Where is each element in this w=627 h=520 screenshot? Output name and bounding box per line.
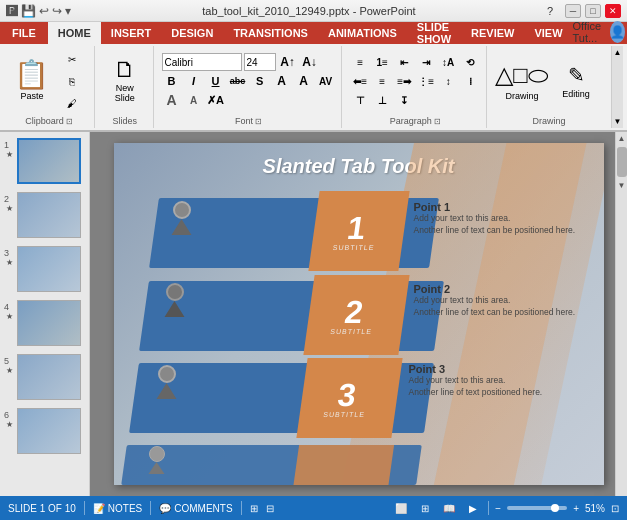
- zoom-in-button[interactable]: +: [573, 503, 579, 514]
- align-left-button[interactable]: ⬅≡: [350, 72, 370, 90]
- close-button[interactable]: ✕: [605, 4, 621, 18]
- increase-font-button[interactable]: A↑: [278, 53, 298, 71]
- clipboard-expand-icon[interactable]: ⊡: [66, 117, 73, 126]
- ribbon-scroll[interactable]: ▲ ▼: [611, 46, 623, 128]
- slide-sorter-button[interactable]: ⊞: [416, 500, 434, 516]
- tab-review[interactable]: REVIEW: [461, 22, 524, 44]
- person-4-head: [149, 446, 165, 462]
- bold-button[interactable]: B: [162, 72, 182, 90]
- tab-insert[interactable]: INSERT: [101, 22, 161, 44]
- bullets-button[interactable]: ≡: [350, 53, 370, 71]
- para-row-3: ⊤ ⊥ ↧: [350, 91, 480, 109]
- save-button[interactable]: 💾: [21, 4, 36, 18]
- clear-format-button[interactable]: ✗A: [206, 91, 226, 109]
- line-spacing-button[interactable]: ↕: [438, 72, 458, 90]
- point-1-text: Point 1 Add your text to this area. Anot…: [414, 201, 589, 237]
- font-expand-icon[interactable]: ⊡: [255, 117, 262, 126]
- maximize-button[interactable]: □: [585, 4, 601, 18]
- decrease-font-button[interactable]: A↓: [300, 53, 320, 71]
- convert-smartart-button[interactable]: ⟲: [460, 53, 480, 71]
- paste-label: Paste: [20, 91, 43, 101]
- tab-home[interactable]: HOME: [48, 22, 101, 44]
- drawing-button[interactable]: △□⬭ Drawing: [497, 51, 547, 111]
- font-size-select[interactable]: [244, 53, 276, 71]
- cut-button[interactable]: ✂: [56, 49, 88, 69]
- canvas-scroll-bar[interactable]: ▲ ▼: [615, 132, 627, 496]
- increase-indent-button[interactable]: ⇥: [416, 53, 436, 71]
- point-3-title: Point 3: [409, 363, 589, 375]
- point-2-line1: Add your text to this area.: [414, 295, 589, 307]
- format-painter-button[interactable]: 🖌: [56, 93, 88, 113]
- new-slide-button[interactable]: 🗋 NewSlide: [103, 53, 147, 109]
- ribbon-scroll-down[interactable]: ▼: [614, 117, 622, 126]
- reading-view-button[interactable]: 📖: [440, 500, 458, 516]
- slides-content: 🗋 NewSlide: [103, 48, 147, 114]
- align-middle-button[interactable]: ⊥: [372, 91, 392, 109]
- undo-button[interactable]: ↩: [39, 4, 49, 18]
- strikethrough-button[interactable]: abc: [228, 72, 248, 90]
- font-size-a-small[interactable]: A: [184, 91, 204, 109]
- copy-button[interactable]: ⎘: [56, 71, 88, 91]
- font-family-select[interactable]: [162, 53, 242, 71]
- redo-button[interactable]: ↪: [52, 4, 62, 18]
- clipboard-label: Clipboard ⊡: [25, 114, 73, 126]
- slide-5-thumb[interactable]: 5 ★: [2, 352, 87, 402]
- align-right-button[interactable]: ≡➡: [394, 72, 414, 90]
- minimize-button[interactable]: ─: [565, 4, 581, 18]
- zoom-level: 51%: [585, 503, 605, 514]
- tab-transitions[interactable]: TRANSITIONS: [223, 22, 318, 44]
- tab-view[interactable]: VIEW: [524, 22, 572, 44]
- align-center-button[interactable]: ≡: [372, 72, 392, 90]
- ribbon-scroll-up[interactable]: ▲: [614, 48, 622, 57]
- normal-view-button[interactable]: ⬜: [392, 500, 410, 516]
- tab-animations[interactable]: ANIMATIONS: [318, 22, 407, 44]
- title-bar-left: 🅿 💾 ↩ ↪ ▾: [6, 4, 71, 18]
- slides-group: 🗋 NewSlide Slides: [97, 46, 154, 128]
- zoom-slider[interactable]: [507, 506, 567, 510]
- scroll-thumb[interactable]: [617, 147, 627, 177]
- paste-button[interactable]: 📋 Paste: [10, 53, 54, 109]
- shadow-button[interactable]: S: [250, 72, 270, 90]
- slide-4-thumb[interactable]: 4 ★: [2, 298, 87, 348]
- tab-design[interactable]: DESIGN: [161, 22, 223, 44]
- numbering-button[interactable]: 1≡: [372, 53, 392, 71]
- slide-1-num: 1: [4, 140, 14, 150]
- font-color-button[interactable]: A: [272, 72, 292, 90]
- editing-button[interactable]: ✎ Editing: [551, 51, 601, 111]
- slide-panel[interactable]: 1 ★ 2 ★ 3 ★ 4 ★: [0, 132, 90, 496]
- paragraph-expand-icon[interactable]: ⊡: [434, 117, 441, 126]
- underline-button[interactable]: U: [206, 72, 226, 90]
- canvas-area[interactable]: Slanted Tab Tool Kit 1 SUBTITLE Point 1 …: [90, 132, 627, 496]
- char-spacing-button[interactable]: AV: [316, 72, 336, 90]
- decrease-indent-button[interactable]: ⇤: [394, 53, 414, 71]
- help-button[interactable]: ?: [547, 5, 553, 17]
- align-bottom-button[interactable]: ↧: [394, 91, 414, 109]
- font-size-a-large[interactable]: A: [162, 91, 182, 109]
- slide-6-thumb[interactable]: 6 ★: [2, 406, 87, 456]
- zoom-fit-button[interactable]: ⊡: [611, 503, 619, 514]
- slide-1-thumb[interactable]: 1 ★: [2, 136, 87, 186]
- highlight-button[interactable]: A: [294, 72, 314, 90]
- scroll-down-arrow[interactable]: ▼: [616, 179, 627, 192]
- align-top-button[interactable]: ⊤: [350, 91, 370, 109]
- italic-button[interactable]: I: [184, 72, 204, 90]
- slide-2-thumb[interactable]: 2 ★: [2, 190, 87, 240]
- title-bar: 🅿 💾 ↩ ↪ ▾ tab_tool_kit_2010_12949.pptx -…: [0, 0, 627, 22]
- text-direction-button[interactable]: ↕A: [438, 53, 458, 71]
- tab-slideshow[interactable]: SLIDE SHOW: [407, 22, 461, 44]
- comments-button[interactable]: 💬 COMMENTS: [159, 503, 232, 514]
- justify-button[interactable]: ⋮≡: [416, 72, 436, 90]
- status-bar: SLIDE 1 OF 10 📝 NOTES 💬 COMMENTS ⊞ ⊟ ⬜ ⊞…: [0, 496, 627, 520]
- slideshow-button[interactable]: ▶: [464, 500, 482, 516]
- person-3-body: [154, 383, 180, 399]
- zoom-out-button[interactable]: −: [495, 503, 501, 514]
- new-slide-label: NewSlide: [115, 83, 135, 103]
- notes-button[interactable]: 📝 NOTES: [93, 503, 142, 514]
- quick-access-toolbar: 🅿 💾 ↩ ↪ ▾: [6, 4, 71, 18]
- slide-3-thumb[interactable]: 3 ★: [2, 244, 87, 294]
- tab-file[interactable]: FILE: [0, 22, 48, 44]
- slide-canvas[interactable]: Slanted Tab Tool Kit 1 SUBTITLE Point 1 …: [114, 143, 604, 485]
- scroll-up-arrow[interactable]: ▲: [616, 132, 627, 145]
- columns-button[interactable]: ⁞: [460, 72, 480, 90]
- zoom-thumb: [551, 504, 559, 512]
